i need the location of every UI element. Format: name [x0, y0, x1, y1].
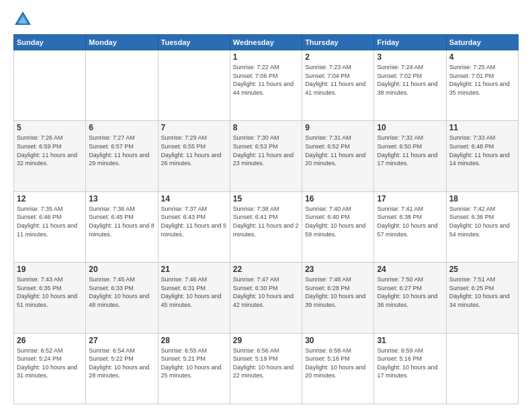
day-number: 19 [17, 265, 83, 274]
day-number: 31 [377, 336, 443, 345]
calendar-day-cell: 21Sunrise: 7:46 AM Sunset: 6:31 PM Dayli… [158, 263, 230, 333]
day-number: 28 [161, 336, 227, 345]
calendar-day-cell: 6Sunrise: 7:27 AM Sunset: 6:57 PM Daylig… [86, 121, 158, 191]
day-info: Sunrise: 7:47 AM Sunset: 6:30 PM Dayligh… [233, 275, 299, 309]
calendar-day-cell: 23Sunrise: 7:48 AM Sunset: 6:28 PM Dayli… [302, 263, 374, 333]
day-info: Sunrise: 6:56 AM Sunset: 5:19 PM Dayligh… [233, 347, 299, 380]
day-number: 13 [89, 194, 154, 203]
calendar-day-cell: 17Sunrise: 7:41 AM Sunset: 6:38 PM Dayli… [374, 191, 446, 262]
day-info: Sunrise: 7:31 AM Sunset: 6:52 PM Dayligh… [305, 134, 371, 167]
calendar-day-cell: 7Sunrise: 7:29 AM Sunset: 6:55 PM Daylig… [158, 121, 230, 191]
calendar-day-cell: 16Sunrise: 7:40 AM Sunset: 6:40 PM Dayli… [302, 191, 374, 262]
calendar-day-cell: 26Sunrise: 6:52 AM Sunset: 5:24 PM Dayli… [14, 333, 86, 404]
day-info: Sunrise: 7:25 AM Sunset: 7:01 PM Dayligh… [449, 63, 515, 97]
calendar-day-cell: 14Sunrise: 7:37 AM Sunset: 6:43 PM Dayli… [158, 191, 230, 262]
day-info: Sunrise: 7:22 AM Sunset: 7:06 PM Dayligh… [233, 63, 299, 97]
calendar-day-cell [86, 50, 158, 121]
calendar-day-cell: 24Sunrise: 7:50 AM Sunset: 6:27 PM Dayli… [374, 263, 446, 333]
calendar-table: SundayMondayTuesdayWednesdayThursdayFrid… [13, 34, 519, 404]
calendar-day-cell: 11Sunrise: 7:33 AM Sunset: 6:48 PM Dayli… [446, 121, 518, 191]
day-info: Sunrise: 7:51 AM Sunset: 6:25 PM Dayligh… [449, 275, 515, 309]
day-number: 29 [233, 336, 299, 345]
day-info: Sunrise: 7:23 AM Sunset: 7:04 PM Dayligh… [305, 63, 371, 97]
calendar-day-cell: 25Sunrise: 7:51 AM Sunset: 6:25 PM Dayli… [446, 263, 518, 333]
calendar-week-row: 5Sunrise: 7:26 AM Sunset: 6:59 PM Daylig… [14, 121, 519, 191]
calendar-day-cell: 3Sunrise: 7:24 AM Sunset: 7:02 PM Daylig… [374, 50, 446, 121]
day-number: 4 [449, 52, 515, 62]
calendar-day-cell: 2Sunrise: 7:23 AM Sunset: 7:04 PM Daylig… [302, 50, 374, 121]
calendar-day-cell [446, 333, 518, 404]
calendar-day-cell: 19Sunrise: 7:43 AM Sunset: 6:35 PM Dayli… [14, 263, 86, 333]
calendar-day-cell: 10Sunrise: 7:32 AM Sunset: 6:50 PM Dayli… [374, 121, 446, 191]
day-info: Sunrise: 7:29 AM Sunset: 6:55 PM Dayligh… [161, 134, 227, 167]
day-of-week-header: Sunday [14, 35, 86, 50]
day-number: 1 [233, 52, 299, 62]
day-number: 23 [305, 265, 371, 274]
day-number: 15 [233, 194, 299, 203]
day-number: 25 [449, 265, 515, 274]
day-info: Sunrise: 6:59 AM Sunset: 5:16 PM Dayligh… [377, 347, 443, 380]
calendar-day-cell: 4Sunrise: 7:25 AM Sunset: 7:01 PM Daylig… [446, 50, 518, 121]
day-number: 3 [377, 52, 443, 62]
day-number: 6 [89, 123, 154, 132]
day-number: 22 [233, 265, 299, 274]
day-info: Sunrise: 7:43 AM Sunset: 6:35 PM Dayligh… [17, 275, 83, 309]
day-number: 30 [305, 336, 371, 345]
calendar-day-cell: 20Sunrise: 7:45 AM Sunset: 6:33 PM Dayli… [86, 263, 158, 333]
day-info: Sunrise: 6:54 AM Sunset: 5:22 PM Dayligh… [89, 347, 154, 380]
day-info: Sunrise: 6:58 AM Sunset: 5:18 PM Dayligh… [305, 347, 371, 380]
calendar-day-cell: 9Sunrise: 7:31 AM Sunset: 6:52 PM Daylig… [302, 121, 374, 191]
day-number: 12 [17, 194, 83, 203]
day-info: Sunrise: 7:36 AM Sunset: 6:45 PM Dayligh… [89, 205, 154, 238]
calendar-week-row: 1Sunrise: 7:22 AM Sunset: 7:06 PM Daylig… [14, 50, 519, 121]
calendar-week-row: 12Sunrise: 7:35 AM Sunset: 6:46 PM Dayli… [14, 191, 519, 262]
day-info: Sunrise: 7:32 AM Sunset: 6:50 PM Dayligh… [377, 134, 443, 167]
calendar-day-cell [14, 50, 86, 121]
day-number: 21 [161, 265, 227, 274]
calendar-day-cell: 12Sunrise: 7:35 AM Sunset: 6:46 PM Dayli… [14, 191, 86, 262]
calendar-day-cell: 15Sunrise: 7:38 AM Sunset: 6:41 PM Dayli… [230, 191, 302, 262]
day-info: Sunrise: 7:35 AM Sunset: 6:46 PM Dayligh… [17, 205, 83, 238]
day-info: Sunrise: 7:24 AM Sunset: 7:02 PM Dayligh… [377, 63, 443, 97]
day-of-week-header: Monday [86, 35, 158, 50]
day-number: 27 [89, 336, 154, 345]
calendar-week-row: 19Sunrise: 7:43 AM Sunset: 6:35 PM Dayli… [14, 263, 519, 333]
day-info: Sunrise: 7:27 AM Sunset: 6:57 PM Dayligh… [89, 134, 154, 167]
day-of-week-header: Friday [374, 35, 446, 50]
calendar-day-cell: 27Sunrise: 6:54 AM Sunset: 5:22 PM Dayli… [86, 333, 158, 404]
day-number: 5 [17, 123, 83, 132]
day-number: 24 [377, 265, 443, 274]
calendar-header-row: SundayMondayTuesdayWednesdayThursdayFrid… [14, 35, 519, 50]
calendar-day-cell: 22Sunrise: 7:47 AM Sunset: 6:30 PM Dayli… [230, 263, 302, 333]
day-number: 11 [449, 123, 515, 132]
day-of-week-header: Wednesday [230, 35, 302, 50]
calendar-day-cell: 18Sunrise: 7:42 AM Sunset: 6:36 PM Dayli… [446, 191, 518, 262]
day-number: 2 [305, 52, 371, 62]
day-info: Sunrise: 7:45 AM Sunset: 6:33 PM Dayligh… [89, 275, 154, 309]
calendar-day-cell: 29Sunrise: 6:56 AM Sunset: 5:19 PM Dayli… [230, 333, 302, 404]
day-info: Sunrise: 7:30 AM Sunset: 6:53 PM Dayligh… [233, 134, 299, 167]
day-of-week-header: Saturday [446, 35, 518, 50]
day-info: Sunrise: 7:37 AM Sunset: 6:43 PM Dayligh… [161, 205, 227, 238]
day-number: 10 [377, 123, 443, 132]
day-number: 20 [89, 265, 154, 274]
day-info: Sunrise: 7:48 AM Sunset: 6:28 PM Dayligh… [305, 275, 371, 309]
day-number: 9 [305, 123, 371, 132]
calendar-day-cell: 31Sunrise: 6:59 AM Sunset: 5:16 PM Dayli… [374, 333, 446, 404]
day-number: 16 [305, 194, 371, 203]
day-number: 18 [449, 194, 515, 203]
calendar-day-cell: 28Sunrise: 6:55 AM Sunset: 5:21 PM Dayli… [158, 333, 230, 404]
day-info: Sunrise: 7:40 AM Sunset: 6:40 PM Dayligh… [305, 205, 371, 238]
page: SundayMondayTuesdayWednesdayThursdayFrid… [0, 0, 532, 411]
day-info: Sunrise: 6:52 AM Sunset: 5:24 PM Dayligh… [17, 347, 83, 380]
day-info: Sunrise: 7:41 AM Sunset: 6:38 PM Dayligh… [377, 205, 443, 238]
day-number: 14 [161, 194, 227, 203]
day-info: Sunrise: 7:46 AM Sunset: 6:31 PM Dayligh… [161, 275, 227, 309]
day-of-week-header: Thursday [302, 35, 374, 50]
day-number: 26 [17, 336, 83, 345]
day-of-week-header: Tuesday [158, 35, 230, 50]
calendar-day-cell: 13Sunrise: 7:36 AM Sunset: 6:45 PM Dayli… [86, 191, 158, 262]
header [13, 10, 519, 29]
day-info: Sunrise: 7:50 AM Sunset: 6:27 PM Dayligh… [377, 275, 443, 309]
calendar-day-cell: 5Sunrise: 7:26 AM Sunset: 6:59 PM Daylig… [14, 121, 86, 191]
